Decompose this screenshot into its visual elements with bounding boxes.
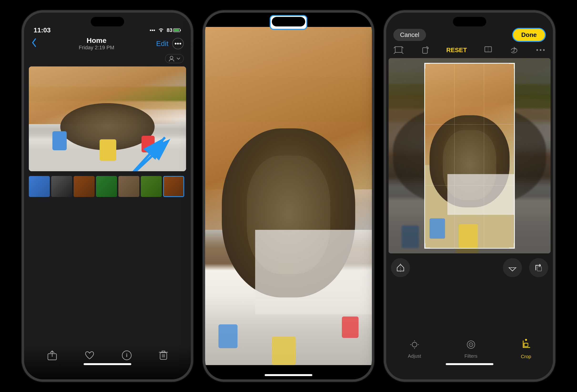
home-indicator-2 bbox=[265, 374, 312, 376]
chair-yellow bbox=[100, 139, 116, 161]
phone2-screen: Crop bbox=[205, 13, 372, 379]
home-indicator-1 bbox=[84, 363, 131, 365]
done-button[interactable]: Done bbox=[512, 28, 546, 42]
filter-toolbar bbox=[24, 53, 191, 64]
filters-icon bbox=[466, 339, 476, 352]
adjust-icon bbox=[409, 339, 420, 352]
crop-icon bbox=[521, 340, 531, 353]
delete-button[interactable] bbox=[159, 350, 168, 361]
flip-vertical-button[interactable] bbox=[503, 258, 522, 277]
reset-button[interactable]: RESET bbox=[446, 46, 467, 54]
chair-red bbox=[142, 136, 155, 152]
signal-icon: ▪▪▪ bbox=[150, 27, 155, 33]
share-button[interactable] bbox=[47, 350, 58, 361]
svg-point-38 bbox=[470, 344, 471, 345]
main-photo[interactable] bbox=[29, 67, 186, 171]
dynamic-island-2 bbox=[272, 17, 305, 26]
more-button[interactable]: ••• bbox=[172, 38, 184, 49]
svg-point-0 bbox=[160, 31, 162, 32]
crop-handle-bl[interactable] bbox=[424, 243, 430, 249]
crop-ratio-icon[interactable] bbox=[483, 45, 493, 55]
crop-grid bbox=[425, 64, 514, 248]
wifi-icon bbox=[158, 27, 164, 34]
svg-rect-2 bbox=[180, 30, 181, 31]
thumbnail-item[interactable] bbox=[51, 176, 72, 197]
bottom-tabs: Adjust Filters bbox=[386, 336, 553, 379]
info-button[interactable]: i bbox=[121, 350, 132, 361]
back-button[interactable] bbox=[31, 38, 37, 50]
cancel-button[interactable]: Cancel bbox=[393, 29, 426, 41]
scale-ticks bbox=[417, 263, 496, 272]
svg-point-27 bbox=[543, 49, 545, 51]
nav-bar: Home Friday 2:19 PM Edit ••• bbox=[24, 34, 191, 53]
home-indicator-3 bbox=[446, 363, 493, 365]
tab-adjust[interactable]: Adjust bbox=[408, 339, 421, 359]
tabs-row: Adjust Filters bbox=[386, 339, 553, 359]
rotation-controls bbox=[386, 256, 553, 280]
tab-filters[interactable]: Filters bbox=[465, 339, 477, 359]
crop-photo-area[interactable] bbox=[389, 58, 550, 253]
editing-toolbar: RESET bbox=[386, 44, 553, 56]
dynamic-island-3 bbox=[453, 17, 486, 26]
status-icons: ▪▪▪ 83 bbox=[150, 27, 181, 34]
thumbnail-item[interactable] bbox=[141, 176, 162, 197]
svg-line-21 bbox=[402, 52, 403, 54]
svg-rect-24 bbox=[485, 47, 488, 52]
rotation-slider[interactable] bbox=[417, 263, 496, 272]
aspect-ratio-icon[interactable] bbox=[393, 46, 404, 54]
phone-1: 11:03 ▪▪▪ 83 Home Friday 2:19 PM bbox=[22, 10, 193, 382]
battery-icon: 83 bbox=[167, 27, 181, 33]
svg-point-26 bbox=[540, 49, 541, 51]
favorite-button[interactable] bbox=[84, 350, 95, 361]
thumbnail-item[interactable] bbox=[73, 176, 95, 197]
phone3-screen: Cancel Done RESET bbox=[386, 13, 553, 379]
svg-point-4 bbox=[170, 56, 173, 59]
more-options-icon[interactable] bbox=[535, 48, 546, 52]
thumbnail-item[interactable] bbox=[163, 176, 184, 197]
phone-3: Cancel Done RESET bbox=[384, 10, 555, 382]
zoomed-photo bbox=[205, 27, 372, 365]
crop-handle-tr[interactable] bbox=[509, 63, 515, 69]
phone1-screen: 11:03 ▪▪▪ 83 Home Friday 2:19 PM bbox=[24, 13, 191, 379]
ellipsis-icon: ••• bbox=[174, 40, 181, 47]
rotate-icon[interactable] bbox=[420, 45, 430, 55]
filters-label: Filters bbox=[465, 354, 477, 359]
album-title: Home bbox=[79, 36, 114, 44]
dynamic-island-1 bbox=[91, 17, 124, 26]
thumbnail-item[interactable] bbox=[118, 176, 139, 197]
chevron-down-icon bbox=[176, 56, 180, 61]
svg-line-19 bbox=[394, 52, 395, 54]
svg-rect-22 bbox=[423, 48, 427, 53]
nav-title: Home Friday 2:19 PM bbox=[79, 36, 114, 51]
svg-rect-43 bbox=[524, 343, 528, 347]
svg-text:i: i bbox=[126, 352, 127, 358]
crop-selection-rect[interactable] bbox=[424, 63, 515, 249]
rotate-90-button[interactable] bbox=[529, 258, 548, 277]
crop-handle-tl[interactable] bbox=[424, 63, 430, 69]
turtle-photo-display bbox=[29, 67, 186, 171]
bottom-action-bar: i bbox=[24, 345, 191, 379]
phone-2: Crop bbox=[203, 10, 374, 382]
svg-marker-17 bbox=[395, 47, 402, 52]
flip-horizontal-button[interactable] bbox=[391, 258, 410, 277]
action-buttons: i bbox=[34, 350, 181, 361]
thumbnail-item[interactable] bbox=[29, 176, 50, 197]
crop-label-tab: Crop bbox=[521, 354, 531, 359]
svg-point-31 bbox=[412, 342, 417, 347]
chair-blue bbox=[52, 131, 67, 150]
crop-handle-br[interactable] bbox=[509, 243, 515, 249]
album-subtitle: Friday 2:19 PM bbox=[79, 44, 114, 51]
time-display: 11:03 bbox=[34, 26, 51, 34]
edit-button[interactable]: Edit bbox=[156, 39, 168, 48]
thumbnail-strip bbox=[24, 174, 191, 199]
tab-crop[interactable]: Crop bbox=[521, 339, 531, 359]
adjust-label: Adjust bbox=[408, 354, 421, 359]
person-filter-button[interactable] bbox=[165, 54, 184, 63]
orientation-icon[interactable] bbox=[509, 45, 519, 55]
svg-point-25 bbox=[537, 49, 538, 51]
svg-rect-3 bbox=[174, 29, 179, 32]
thumbnail-item[interactable] bbox=[96, 176, 117, 197]
svg-rect-30 bbox=[537, 267, 541, 271]
